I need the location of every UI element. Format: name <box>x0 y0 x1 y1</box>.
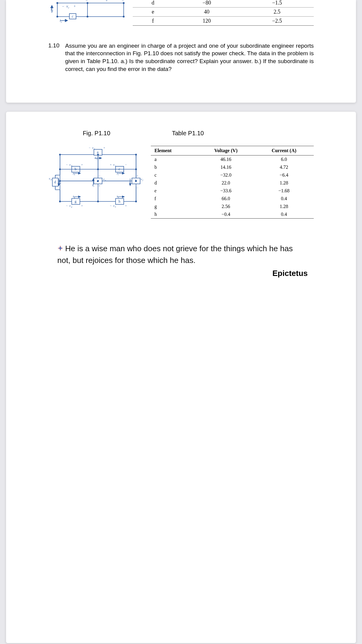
svg-point-60 <box>135 168 137 170</box>
svg-text:v: v <box>92 146 94 149</box>
table-row: g2.561.28 <box>151 203 314 210</box>
svg-point-64 <box>59 200 61 202</box>
table-column: Table P1.10 Element Voltage (V) Current … <box>151 130 314 219</box>
svg-point-59 <box>97 168 99 170</box>
cell-i: 4.72 <box>254 163 314 171</box>
table-row: b14.164.72 <box>151 163 314 171</box>
cell-v: 2.56 <box>198 203 254 210</box>
table-header-row: Element Voltage (V) Current (A) <box>151 146 314 155</box>
cell-el: c <box>151 171 198 179</box>
svg-text:−: − <box>66 163 68 166</box>
top-cell-voltage: 40 <box>173 8 240 17</box>
svg-marker-140 <box>58 246 62 250</box>
table-row: d22.01.28 <box>151 179 314 187</box>
top-partial-diagram: c ia vc ic −+ −+ − <box>48 0 127 31</box>
top-cell-element: e <box>133 8 173 17</box>
cell-el: f <box>151 195 198 203</box>
cell-v: −0.4 <box>198 210 254 219</box>
cell-i: −6.4 <box>254 171 314 179</box>
cell-v: −32.0 <box>198 171 254 179</box>
svg-text:b: b <box>74 173 75 175</box>
svg-text:+: + <box>74 4 76 8</box>
svg-text:a: a <box>96 158 97 160</box>
cell-el: a <box>151 155 198 164</box>
svg-text:v: v <box>69 204 71 207</box>
top-partial-table: d −80 −1.5 e 40 2.5 f 120 −2.5 <box>133 0 314 26</box>
svg-text:g: g <box>71 206 72 208</box>
svg-point-65 <box>97 200 99 202</box>
table-header: Current (A) <box>254 146 314 155</box>
cell-i: −1.68 <box>254 187 314 195</box>
svg-text:c: c <box>115 165 116 167</box>
svg-text:−: − <box>137 187 138 190</box>
svg-text:c: c <box>68 6 69 9</box>
table-row: c−32.0−6.4 <box>151 171 314 179</box>
top-cell-current: 2.5 <box>240 8 314 17</box>
svg-text:+: + <box>137 174 138 178</box>
table-row: f66.00.4 <box>151 195 314 203</box>
svg-text:i: i <box>73 195 74 198</box>
svg-text:h: h <box>119 199 121 203</box>
top-cell-current: −1.5 <box>240 0 314 8</box>
cell-el: g <box>151 203 198 210</box>
cell-v: 46.16 <box>198 155 254 164</box>
quote-text: He is a wise man who does not grieve for… <box>57 244 293 265</box>
svg-text:f: f <box>142 179 143 181</box>
svg-text:c: c <box>119 167 120 171</box>
svg-text:g: g <box>74 196 75 198</box>
svg-text:d: d <box>60 182 61 184</box>
top-cell-voltage: 120 <box>173 17 240 26</box>
svg-text:h: h <box>118 196 119 198</box>
svg-text:−: − <box>62 4 64 8</box>
svg-text:h: h <box>115 206 116 208</box>
svg-marker-25 <box>51 5 53 8</box>
cell-i: 0.4 <box>254 195 314 203</box>
svg-text:c: c <box>118 173 119 175</box>
svg-text:+: + <box>99 184 100 187</box>
svg-text:+: + <box>81 204 83 207</box>
svg-text:e: e <box>97 179 99 183</box>
top-table-row: f 120 −2.5 <box>133 17 314 26</box>
svg-text:v: v <box>113 204 115 207</box>
cell-i: 1.28 <box>254 203 314 210</box>
svg-text:i: i <box>117 195 118 198</box>
data-table: Element Voltage (V) Current (A) a46.166.… <box>151 146 314 219</box>
quote-text-line: He is a wise man who does not grieve for… <box>57 243 308 266</box>
svg-text:i: i <box>95 156 96 159</box>
cell-v: 66.0 <box>198 195 254 203</box>
table-header: Element <box>151 146 198 155</box>
svg-text:b: b <box>75 167 76 171</box>
svg-text:−: − <box>125 163 127 166</box>
bullet-icon <box>57 243 63 255</box>
svg-text:+: + <box>106 0 108 3</box>
svg-text:v: v <box>69 163 71 166</box>
problem-statement: 1.10 Assume you are an engineer in charg… <box>48 42 314 73</box>
svg-text:−: − <box>99 174 100 178</box>
table-caption: Table P1.10 <box>172 130 314 137</box>
page-1: c ia vc ic −+ −+ − <box>6 0 356 103</box>
cell-v: 22.0 <box>198 179 254 187</box>
table-row: h−0.40.4 <box>151 210 314 219</box>
problem-number: 1.10 <box>48 42 66 50</box>
svg-text:+: + <box>81 163 83 166</box>
circuit-diagram-partial-icon: c ia vc ic −+ −+ − <box>48 0 127 30</box>
svg-marker-130 <box>78 196 81 198</box>
svg-marker-122 <box>122 172 124 174</box>
svg-point-11 <box>123 16 125 18</box>
top-cell-voltage: −80 <box>173 0 240 8</box>
svg-text:+: + <box>55 174 56 178</box>
figure-caption: Fig. P1.10 <box>48 130 145 137</box>
figure-column: Fig. P1.10 <box>48 130 145 211</box>
svg-text:−: − <box>110 204 112 207</box>
svg-text:+: + <box>103 146 105 149</box>
figure-and-table-row: Fig. P1.10 <box>48 130 314 219</box>
svg-point-10 <box>87 16 88 18</box>
cell-i: 1.28 <box>254 179 314 187</box>
svg-point-55 <box>59 154 61 155</box>
circuit-diagram-icon: a b c d e f g h −va+ −vb+ +vc− vd ve vf <box>48 146 145 210</box>
svg-text:+: + <box>110 163 112 166</box>
svg-text:i: i <box>92 184 93 187</box>
cell-v: −33.6 <box>198 187 254 195</box>
quote-author: Epictetus <box>57 269 308 278</box>
svg-marker-128 <box>129 184 131 186</box>
